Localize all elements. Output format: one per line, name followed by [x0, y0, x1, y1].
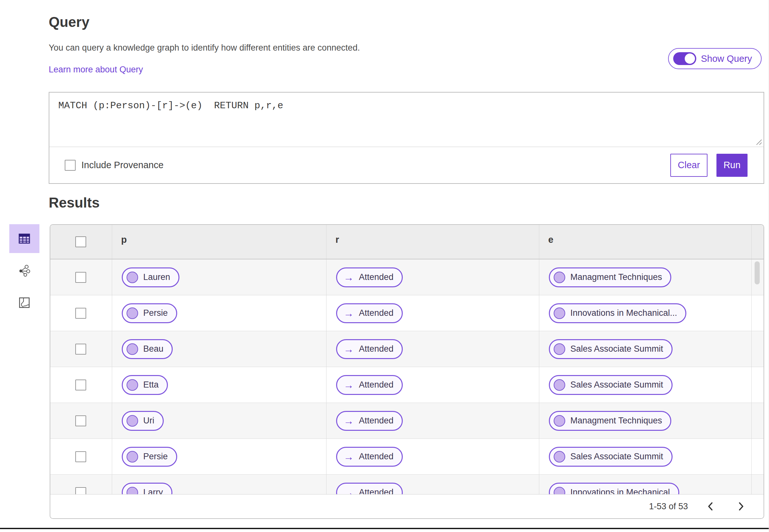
- node-circle-icon: [127, 307, 138, 319]
- graph-view-button[interactable]: [9, 256, 39, 285]
- clear-button[interactable]: Clear: [670, 154, 708, 177]
- table-row: Larry → Attended Innovations in Mechanic…: [50, 475, 764, 494]
- entity-pill-p[interactable]: Persie: [122, 303, 177, 323]
- entity-pill-e[interactable]: Innovations in Mechanical...: [549, 303, 686, 323]
- node-circle-icon: [127, 487, 138, 495]
- entity-pill-p[interactable]: Beau: [122, 339, 173, 359]
- vertical-scrollbar[interactable]: [755, 261, 760, 284]
- column-header-r: r: [335, 234, 339, 245]
- entity-pill-p[interactable]: Uri: [122, 411, 164, 431]
- query-editor: MATCH (p:Person)-[r]->(e) RETURN p,r,e: [49, 93, 764, 147]
- entity-pill-p[interactable]: Etta: [122, 375, 168, 395]
- node-circle-icon: [554, 307, 565, 319]
- chevron-left-icon: [708, 502, 713, 511]
- pagination-range-label: 1-53 of 53: [649, 502, 688, 512]
- node-circle-icon: [554, 272, 565, 283]
- row-checkbox[interactable]: [75, 380, 86, 390]
- include-provenance-checkbox[interactable]: [65, 160, 76, 171]
- relation-pill[interactable]: → Attended: [336, 339, 403, 359]
- resize-handle-icon[interactable]: [755, 138, 762, 145]
- row-checkbox[interactable]: [75, 308, 86, 319]
- results-title: Results: [49, 195, 100, 211]
- select-all-checkbox[interactable]: [75, 236, 86, 247]
- column-header-p: p: [121, 234, 127, 245]
- previous-page-button[interactable]: [702, 498, 719, 515]
- relation-pill[interactable]: → Attended: [336, 375, 403, 395]
- column-header-e: e: [548, 234, 553, 245]
- run-button[interactable]: Run: [716, 154, 748, 177]
- node-circle-icon: [554, 415, 565, 427]
- relation-pill[interactable]: → Attended: [336, 267, 403, 287]
- row-checkbox[interactable]: [75, 272, 86, 283]
- table-row: Beau → Attended Sales Associate Summit: [50, 331, 764, 367]
- row-checkbox[interactable]: [75, 451, 86, 462]
- arrow-right-icon: →: [343, 380, 354, 390]
- relation-pill[interactable]: → Attended: [336, 411, 403, 431]
- chevron-right-icon: [738, 502, 744, 511]
- relation-pill[interactable]: → Attended: [336, 447, 403, 467]
- entity-pill-e[interactable]: Managment Techniques: [549, 411, 671, 431]
- arrow-right-icon: →: [343, 487, 354, 495]
- entity-pill-e[interactable]: Managment Techniques: [549, 267, 671, 287]
- table-row: Persie → Attended Innovations in Mechani…: [50, 295, 764, 331]
- map-view-button[interactable]: [9, 288, 39, 317]
- learn-more-link[interactable]: Learn more about Query: [49, 65, 143, 75]
- toggle-knob: [685, 53, 695, 64]
- graph-network-icon: [18, 265, 30, 277]
- node-circle-icon: [554, 343, 565, 355]
- node-circle-icon: [127, 379, 138, 391]
- results-view-switcher: [9, 224, 39, 317]
- entity-pill-e[interactable]: Innovations in Mechanical: [549, 483, 679, 495]
- show-query-toggle-button[interactable]: Show Query: [668, 48, 762, 69]
- pagination-bar: 1-53 of 53: [50, 494, 764, 518]
- entity-pill-e[interactable]: Sales Associate Summit: [549, 339, 673, 359]
- node-circle-icon: [554, 379, 565, 391]
- entity-pill-p[interactable]: Persie: [122, 447, 177, 467]
- node-circle-icon: [127, 415, 138, 427]
- arrow-right-icon: →: [343, 272, 354, 282]
- toggle-switch-icon[interactable]: [673, 52, 696, 65]
- query-input[interactable]: MATCH (p:Person)-[r]->(e) RETURN p,r,e: [49, 93, 764, 147]
- row-checkbox[interactable]: [75, 487, 86, 495]
- next-page-button[interactable]: [733, 498, 749, 515]
- node-circle-icon: [127, 272, 138, 283]
- map-icon: [19, 297, 30, 308]
- entity-pill-p[interactable]: Lauren: [122, 267, 179, 287]
- table-row: Persie → Attended Sales Associate Summit: [50, 439, 764, 475]
- row-checkbox[interactable]: [75, 344, 86, 355]
- table-row: Etta → Attended Sales Associate Summit: [50, 367, 764, 403]
- node-circle-icon: [554, 487, 565, 495]
- entity-pill-p[interactable]: Larry: [122, 483, 172, 495]
- entity-pill-e[interactable]: Sales Associate Summit: [549, 447, 673, 467]
- table-row: Uri → Attended Managment Techniques: [50, 403, 764, 439]
- query-page: Query You can query a knowledge graph to…: [0, 0, 769, 532]
- table-icon: [19, 233, 30, 244]
- entity-pill-e[interactable]: Sales Associate Summit: [549, 375, 673, 395]
- include-provenance-label: Include Provenance: [81, 160, 163, 170]
- relation-pill[interactable]: → Attended: [336, 483, 403, 495]
- page-title: Query: [49, 14, 89, 30]
- node-circle-icon: [127, 451, 138, 462]
- relation-pill[interactable]: → Attended: [336, 303, 403, 323]
- arrow-right-icon: →: [343, 416, 354, 426]
- table-row: Lauren → Attended Managment Techniques: [50, 259, 764, 295]
- query-panel: MATCH (p:Person)-[r]->(e) RETURN p,r,e I…: [49, 92, 764, 184]
- node-circle-icon: [127, 343, 138, 355]
- arrow-right-icon: →: [343, 344, 354, 354]
- node-circle-icon: [554, 451, 565, 462]
- arrow-right-icon: →: [343, 452, 354, 462]
- table-header-row: p r e: [50, 225, 764, 259]
- results-table: p r e Lauren → Attended Managment: [50, 224, 764, 519]
- show-query-label: Show Query: [701, 53, 752, 64]
- arrow-right-icon: →: [343, 308, 354, 318]
- query-description: You can query a knowledge graph to ident…: [49, 43, 360, 53]
- row-checkbox[interactable]: [75, 415, 86, 426]
- table-body: Lauren → Attended Managment Techniques P…: [50, 259, 764, 494]
- window-bottom-edge: [0, 528, 769, 529]
- table-view-button[interactable]: [9, 224, 39, 253]
- query-panel-footer: Include Provenance Clear Run: [49, 147, 764, 183]
